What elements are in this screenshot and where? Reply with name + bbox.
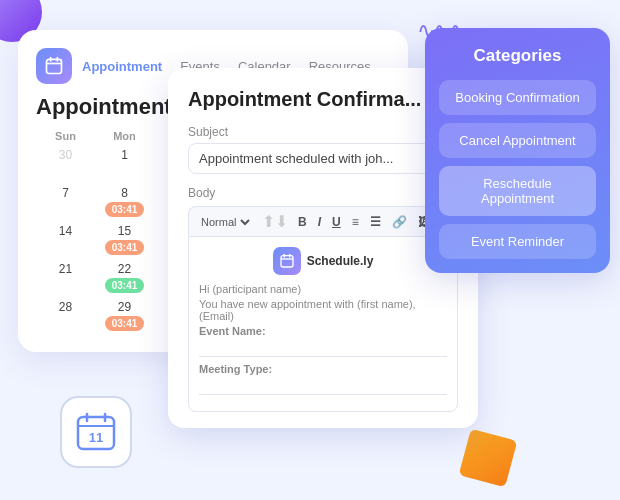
body-label: Body — [188, 186, 458, 200]
underline-button[interactable]: U — [329, 214, 344, 230]
cal-cell[interactable]: 2903:41 — [95, 298, 154, 336]
calendar-logo-icon — [36, 48, 72, 84]
editor-schedule-icon — [279, 253, 295, 269]
editor-logo-icon — [273, 247, 301, 275]
bold-button[interactable]: B — [295, 214, 310, 230]
deco-diamond — [459, 429, 518, 488]
editor-line2: You have new appointment with (first nam… — [199, 298, 447, 322]
cal-cell[interactable]: 30 — [36, 146, 95, 184]
categories-title: Categories — [439, 46, 596, 66]
link-button[interactable]: 🔗 — [389, 214, 410, 230]
cat-cancel-appointment[interactable]: Cancel Appointment — [439, 123, 596, 158]
modal-editor: Schedule.ly Hi (participant name) You ha… — [188, 236, 458, 412]
cal-cell[interactable]: 14 — [36, 222, 95, 260]
cat-booking-confirmation[interactable]: Booking Confirmation — [439, 80, 596, 115]
list2-button[interactable]: ☰ — [367, 214, 384, 230]
svg-rect-0 — [47, 59, 62, 73]
day-header-sun: Sun — [36, 130, 95, 146]
cat-event-reminder[interactable]: Event Reminder — [439, 224, 596, 259]
big-calendar-svg: 11 — [76, 412, 116, 452]
editor-logo: Schedule.ly — [199, 247, 447, 275]
cal-cell[interactable]: 2203:41 — [95, 260, 154, 298]
nav-appointment[interactable]: Appointment — [82, 59, 162, 74]
modal-toolbar: Normal ⬆⬇ B I U ≡ ☰ 🔗 🖼 — [188, 206, 458, 236]
modal-title: Appointment Confirma... — [188, 88, 458, 111]
editor-logo-text: Schedule.ly — [307, 254, 374, 268]
categories-panel: Categories Booking Confirmation Cancel A… — [425, 28, 610, 273]
cal-cell[interactable]: 1 — [95, 146, 154, 184]
subject-label: Subject — [188, 125, 458, 139]
cal-cell[interactable]: 21 — [36, 260, 95, 298]
cal-cell[interactable]: 1503:41 — [95, 222, 154, 260]
cal-cell[interactable]: 803:41 — [95, 184, 154, 222]
list-button[interactable]: ≡ — [349, 214, 362, 230]
big-calendar-icon: 11 — [60, 396, 132, 468]
calendar-icon — [44, 56, 64, 76]
editor-field2-input[interactable] — [199, 377, 447, 395]
editor-field2-label: Meeting Type: — [199, 363, 447, 375]
svg-rect-9 — [281, 256, 293, 267]
cat-reschedule-appointment[interactable]: Reschedule Appointment — [439, 166, 596, 216]
italic-button[interactable]: I — [315, 214, 324, 230]
day-header-mon: Mon — [95, 130, 154, 146]
editor-greeting: Hi (participant name) — [199, 283, 447, 295]
editor-field1-label: Event Name: — [199, 325, 447, 337]
subject-input[interactable] — [188, 143, 458, 174]
svg-text:11: 11 — [89, 430, 103, 445]
cal-cell[interactable]: 7 — [36, 184, 95, 222]
format-select[interactable]: Normal — [197, 215, 253, 229]
cal-cell[interactable]: 28 — [36, 298, 95, 336]
editor-field1-input[interactable] — [199, 339, 447, 357]
